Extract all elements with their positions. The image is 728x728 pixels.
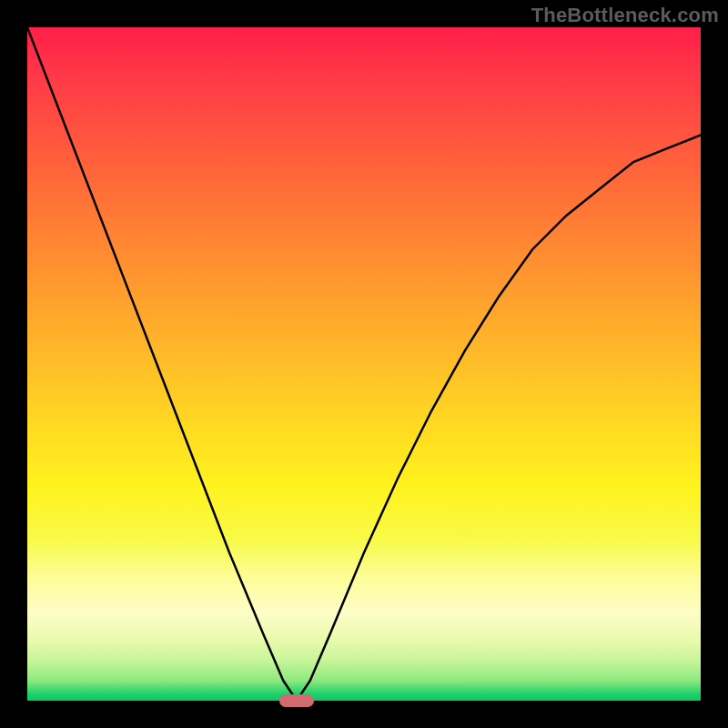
plot-area — [27, 27, 701, 701]
minimum-marker — [279, 694, 314, 707]
bottleneck-curve — [27, 27, 701, 701]
curve-svg — [27, 27, 701, 701]
watermark-text: TheBottleneck.com — [531, 4, 719, 27]
chart-frame: TheBottleneck.com — [0, 0, 728, 728]
